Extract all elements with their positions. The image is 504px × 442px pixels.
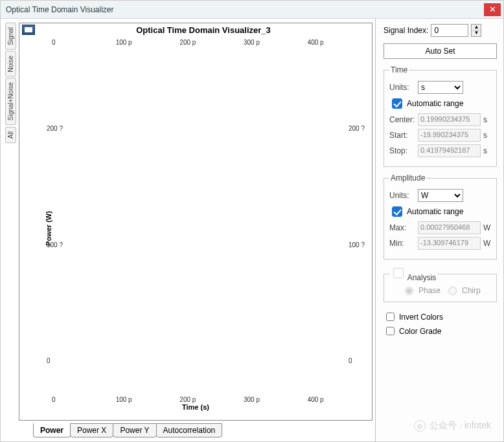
time-start-value: -19.990234375 — [418, 129, 481, 142]
auto-set-button[interactable]: Auto Set — [384, 43, 497, 59]
center-pane: Optical Time Domain Visualizer_3 Power (… — [17, 19, 375, 441]
workarea: Signal Noise Signal+Noise All Optical Ti… — [1, 19, 503, 441]
signal-index-input[interactable] — [431, 24, 468, 37]
time-start-label: Start: — [389, 131, 415, 140]
time-stop-unit: s — [483, 146, 491, 155]
amplitude-group: Amplitude Units: W Automatic range Max: … — [384, 173, 497, 260]
plot-body: Power (W) Time (s) 00100 p100 p200 p200 … — [19, 36, 372, 420]
analysis-chirp-label: Chirp — [462, 286, 481, 295]
analysis-group: Analysis Phase Chirp — [384, 266, 497, 302]
signal-index-label: Signal Index: — [384, 26, 428, 35]
amp-min-value: -13.309746179 — [418, 237, 481, 250]
time-center-value: 0.19990234375 — [418, 113, 481, 126]
time-units-label: Units: — [389, 83, 415, 92]
close-icon: ✕ — [489, 5, 496, 14]
tab-power[interactable]: Power — [33, 423, 71, 437]
amp-units-select[interactable]: W — [418, 189, 463, 202]
tab-power-y[interactable]: Power Y — [113, 423, 156, 437]
analysis-chirp-radio[interactable] — [448, 287, 457, 295]
spin-down-icon[interactable]: ▼ — [472, 30, 481, 36]
time-start-unit: s — [483, 131, 491, 140]
analysis-phase-radio[interactable] — [405, 287, 413, 295]
vtab-noise[interactable]: Noise — [5, 51, 16, 77]
x-axis-label: Time (s) — [19, 403, 372, 411]
amp-max-unit: W — [483, 223, 491, 232]
invert-colors-checkbox[interactable] — [386, 313, 395, 321]
time-auto-range-checkbox[interactable] — [392, 98, 402, 109]
amp-min-unit: W — [483, 239, 491, 248]
vtab-all[interactable]: All — [5, 127, 16, 143]
color-grade-label: Color Grade — [399, 327, 441, 336]
tab-power-x[interactable]: Power X — [70, 423, 113, 437]
analysis-radios: Phase Chirp — [401, 286, 491, 295]
y-axis-label: Power (W) — [45, 211, 52, 246]
time-center-unit: s — [483, 115, 491, 124]
amp-max-label: Max: — [389, 223, 415, 232]
signal-index-spinner: ▲ ▼ — [471, 24, 481, 37]
plot-container: Optical Time Domain Visualizer_3 Power (… — [19, 23, 372, 421]
amp-min-label: Min: — [389, 239, 415, 248]
time-stop-label: Stop: — [389, 146, 415, 155]
time-center-label: Center: — [389, 115, 415, 124]
titlebar: Optical Time Domain Visualizer ✕ — [1, 1, 503, 19]
plot-window-icon — [22, 25, 35, 35]
vtab-signal[interactable]: Signal — [5, 23, 16, 50]
amplitude-legend: Amplitude — [389, 173, 426, 182]
window-title: Optical Time Domain Visualizer — [6, 5, 114, 14]
time-group: Time Units: s Automatic range Center: 0.… — [384, 65, 497, 167]
time-stop-value: 0.41979492187 — [418, 144, 481, 157]
close-button[interactable]: ✕ — [484, 3, 501, 16]
amp-auto-range-label: Automatic range — [407, 207, 463, 216]
left-vertical-tabs: Signal Noise Signal+Noise All — [1, 19, 17, 441]
misc-options: Invert Colors Color Grade — [384, 309, 497, 339]
analysis-legend: Analysis — [389, 266, 437, 282]
plot-header: Optical Time Domain Visualizer_3 — [19, 23, 372, 36]
amp-max-value: 0.00027950468 — [418, 221, 481, 234]
invert-colors-label: Invert Colors — [399, 313, 443, 322]
time-legend: Time — [389, 65, 409, 74]
chart-title: Optical Time Domain Visualizer_3 — [38, 25, 369, 35]
analysis-phase-label: Phase — [418, 286, 441, 295]
vtab-signal-noise[interactable]: Signal+Noise — [5, 78, 16, 125]
amp-units-label: Units: — [389, 191, 415, 200]
signal-index-row: Signal Index: ▲ ▼ — [384, 24, 497, 37]
right-panel: Signal Index: ▲ ▼ Auto Set Time Units: s… — [375, 19, 503, 441]
analysis-enable-checkbox[interactable] — [393, 268, 404, 278]
time-auto-range-label: Automatic range — [407, 99, 463, 108]
amp-auto-range-checkbox[interactable] — [392, 206, 402, 217]
time-units-select[interactable]: s — [418, 81, 463, 94]
color-grade-checkbox[interactable] — [386, 327, 395, 335]
tab-autocorrelation[interactable]: Autocorrelation — [156, 423, 223, 437]
bottom-tabs: Power Power X Power Y Autocorrelation — [19, 423, 372, 437]
